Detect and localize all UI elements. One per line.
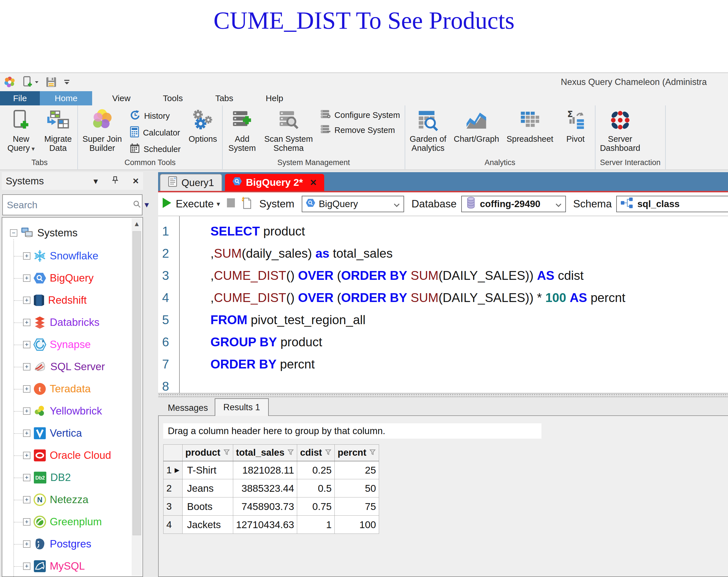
code-line[interactable]: SELECT product xyxy=(210,220,728,242)
column-header-percnt[interactable]: percnt xyxy=(335,445,379,461)
filter-funnel-icon[interactable] xyxy=(287,447,294,458)
tree-item-oracle-cloud[interactable]: +Oracle Cloud xyxy=(2,444,131,466)
code-line[interactable]: ,SUM(daily_sales) as total_sales xyxy=(210,242,728,265)
parse-query-icon[interactable] xyxy=(240,196,252,212)
pin-icon[interactable] xyxy=(111,176,119,186)
expand-icon[interactable]: + xyxy=(23,407,30,415)
spreadsheet-button[interactable]: Spreadsheet xyxy=(506,107,553,143)
query-tab-query1[interactable]: Query1 xyxy=(160,174,222,191)
expand-icon[interactable]: + xyxy=(23,474,30,481)
expand-icon[interactable]: + xyxy=(23,540,30,548)
migrate-data-button[interactable]: MigrateData xyxy=(43,107,73,153)
code-line[interactable]: ,CUME_DIST() OVER (ORDER BY SUM(DAILY_SA… xyxy=(210,287,728,309)
system-select[interactable]: BigQuery xyxy=(302,196,404,212)
tree-item-greenplum[interactable]: +Greenplum xyxy=(2,511,131,533)
tree-item-synapse[interactable]: +Synapse xyxy=(2,333,131,356)
menu-tab-help[interactable]: Help xyxy=(253,91,296,105)
panel-menu-icon[interactable]: ▾ xyxy=(94,176,98,186)
garden-of-analytics-button[interactable]: Garden ofAnalytics xyxy=(410,107,446,153)
save-button[interactable] xyxy=(46,76,57,88)
chevron-down-icon[interactable] xyxy=(555,198,562,210)
chevron-down-icon[interactable] xyxy=(393,198,400,210)
expand-icon[interactable]: + xyxy=(23,385,30,393)
database-select[interactable]: coffing-29490 xyxy=(461,196,566,212)
schema-select[interactable]: sql_class xyxy=(616,196,728,212)
tree-item-teradata[interactable]: +tTeradata xyxy=(2,378,131,400)
tree-item-bigquery[interactable]: +BigQuery xyxy=(2,267,131,289)
filter-funnel-icon[interactable] xyxy=(325,447,332,458)
expand-icon[interactable]: + xyxy=(23,363,30,370)
menu-tab-view[interactable]: View xyxy=(100,91,143,105)
tree-item-yellowbrick[interactable]: +Yellowbrick xyxy=(2,400,131,422)
sql-code-area[interactable]: SELECT product,SUM(daily_sales) as total… xyxy=(180,216,728,393)
code-line[interactable] xyxy=(210,375,728,393)
tree-item-systems[interactable]: −Systems xyxy=(2,221,131,245)
code-line[interactable]: FROM pivot_test_region_all xyxy=(210,309,728,331)
table-row[interactable]: 3Boots7458903.730.7575 xyxy=(163,497,379,516)
table-row[interactable]: 4Jackets12710434.631100 xyxy=(163,516,379,534)
expand-icon[interactable]: + xyxy=(23,319,30,326)
row-number-cell[interactable]: 1▶ xyxy=(163,461,183,479)
tree-item-snowflake[interactable]: +Snowflake xyxy=(2,245,131,267)
tree-scrollbar[interactable]: ▲ xyxy=(132,218,142,576)
history-button[interactable]: History xyxy=(129,109,181,123)
results-tab-results-1[interactable]: Results 1 xyxy=(215,398,268,416)
code-line[interactable]: GROUP BY product xyxy=(210,331,728,353)
tree-item-db2[interactable]: +Db2DB2 xyxy=(2,466,131,489)
search-input[interactable] xyxy=(7,199,133,211)
table-row[interactable]: 2Jeans3885323.440.550 xyxy=(163,479,379,497)
execute-dropdown-icon[interactable]: ▾ xyxy=(217,200,220,208)
close-icon[interactable]: ✕ xyxy=(132,176,139,186)
customize-toolbar-icon[interactable] xyxy=(63,78,71,86)
column-header-product[interactable]: product xyxy=(182,445,233,461)
calculator-button[interactable]: Calculator xyxy=(129,126,181,139)
expand-icon[interactable]: + xyxy=(23,341,30,348)
splitter-handle[interactable] xyxy=(158,393,728,397)
filter-funnel-icon[interactable] xyxy=(369,447,376,458)
tree-item-sql-server[interactable]: +SQL Server xyxy=(2,356,131,378)
results-tab-messages[interactable]: Messages xyxy=(161,401,215,415)
remove-system-button[interactable]: Remove System xyxy=(320,125,400,136)
expand-icon[interactable]: + xyxy=(23,518,30,526)
column-header-cdist[interactable]: cdist xyxy=(297,445,335,461)
expand-icon[interactable]: + xyxy=(23,430,30,437)
stop-icon[interactable] xyxy=(226,197,235,211)
execute-button[interactable]: Execute xyxy=(176,198,214,210)
super-join-builder-button[interactable]: Super JoinBuilder xyxy=(82,107,122,153)
search-options-icon[interactable]: ▼ xyxy=(143,200,151,210)
scroll-up-icon[interactable]: ▲ xyxy=(132,218,142,228)
menu-tab-home[interactable]: Home xyxy=(40,91,92,105)
menu-tab-file[interactable]: File xyxy=(0,91,40,105)
execute-play-icon[interactable] xyxy=(161,197,172,211)
options-button[interactable]: Options xyxy=(188,107,217,143)
tree-item-vertica[interactable]: +Vertica xyxy=(2,422,131,444)
expand-icon[interactable]: + xyxy=(23,562,30,570)
row-number-cell[interactable]: 3 xyxy=(163,497,183,516)
add-system-button[interactable]: AddSystem xyxy=(227,107,257,153)
column-header-total_sales[interactable]: total_sales xyxy=(233,445,297,461)
expand-icon[interactable]: + xyxy=(23,496,30,503)
tree-item-mysql[interactable]: +MySQL xyxy=(2,555,131,577)
expand-icon[interactable]: + xyxy=(23,274,30,282)
search-icon[interactable] xyxy=(133,200,141,210)
scrollbar-thumb[interactable] xyxy=(132,231,141,535)
server-dashboard-button[interactable]: ServerDashboard xyxy=(600,107,641,153)
scan-system-schema-button[interactable]: Scan SystemSchema xyxy=(264,107,313,153)
code-line[interactable]: ORDER BY percnt xyxy=(210,353,728,375)
pivot-button[interactable]: ΣPivot xyxy=(561,107,590,143)
scheduler-button[interactable]: Scheduler xyxy=(129,143,181,156)
tree-item-netezza[interactable]: +NNetezza xyxy=(2,489,131,511)
new-query-quick-button[interactable] xyxy=(22,76,39,88)
close-tab-icon[interactable]: ✕ xyxy=(310,177,317,188)
tree-item-databricks[interactable]: +Databricks xyxy=(2,311,131,333)
tree-item-redshift[interactable]: +Redshift xyxy=(2,289,131,311)
expand-icon[interactable]: + xyxy=(23,297,30,304)
configure-system-button[interactable]: Configure System xyxy=(320,109,400,121)
code-line[interactable]: ,CUME_DIST() OVER (ORDER BY SUM(DAILY_SA… xyxy=(210,265,728,287)
expand-icon[interactable]: + xyxy=(23,252,30,260)
filter-funnel-icon[interactable] xyxy=(223,447,230,458)
expand-icon[interactable]: + xyxy=(23,452,30,459)
row-number-cell[interactable]: 4 xyxy=(163,516,183,534)
row-number-cell[interactable]: 2 xyxy=(163,479,183,497)
query-tab-bigquery-2-[interactable]: BigQuery 2*✕ xyxy=(225,174,324,191)
